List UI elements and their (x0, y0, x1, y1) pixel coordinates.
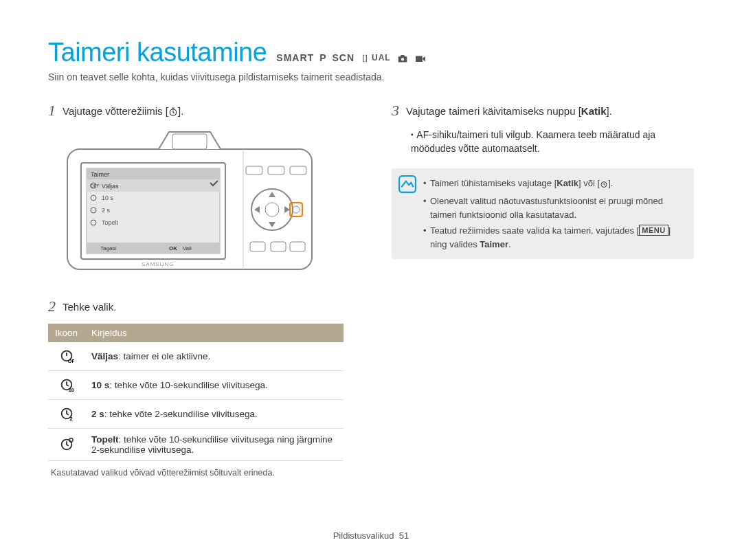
note-item: Teatud režiimides saate valida ka taimer… (423, 224, 684, 251)
svg-text:2 s: 2 s (102, 207, 111, 214)
svg-rect-33 (250, 242, 265, 251)
mode-video-icon (414, 52, 427, 63)
svg-rect-2 (172, 134, 207, 149)
step-1-text: Vajutage võtterežiimis []. (63, 103, 183, 119)
mode-dual-label: UAL (372, 53, 391, 63)
step-3-num: 3 (392, 103, 399, 118)
row-desc: 2 s: tehke võte 2-sekundilise viivituseg… (85, 400, 344, 429)
svg-text:10: 10 (68, 387, 74, 392)
step-2-num: 2 (48, 299, 56, 314)
step-2: 2 Tehke valik. (48, 299, 350, 314)
svg-rect-32 (290, 166, 306, 175)
note-item: Olenevalt valitud näotuvastusfunktsiooni… (423, 194, 684, 221)
table-row: Topelt: tehke võte 10-sekundilise viivit… (48, 429, 344, 461)
page-title: Taimeri kasutamine (48, 38, 267, 67)
step-3-text: Vajutage taimeri käivitamiseks nuppu [Ka… (406, 103, 612, 117)
table-row: OFF Väljas: taimer ei ole aktiivne. (48, 342, 344, 371)
svg-text:2: 2 (69, 416, 72, 421)
note-item: Taimeri tühistamiseks vajutage [Katik] v… (423, 177, 684, 192)
mode-cam-icon (396, 52, 409, 63)
svg-rect-34 (271, 242, 286, 251)
svg-text:OK: OK (169, 245, 177, 251)
menu-button-label: MENU (639, 225, 668, 236)
note-icon (398, 175, 416, 197)
options-table: Ikoon Kirjeldus OFF Väljas: taimer ei ol… (48, 324, 344, 461)
page-footer: Pildistusvalikud 51 (0, 530, 742, 541)
mode-smart: SMART (276, 52, 314, 63)
step-3: 3 Vajutage taimeri käivitamiseks nuppu [… (392, 103, 694, 118)
svg-text:Tagasi: Tagasi (100, 245, 116, 251)
timer-icon (600, 179, 608, 192)
step-1-num: 1 (48, 103, 56, 118)
intro-text: Siin on teavet selle kohta, kuidas viivi… (48, 71, 694, 82)
title-row: Taimeri kasutamine SMART P SCN UAL (48, 38, 694, 67)
mode-dual-icon (360, 52, 370, 63)
left-column: 1 Vajutage võtterežiimis []. Taimer (48, 103, 350, 478)
row-icon-10s: 10 (48, 371, 85, 400)
row-icon-off: OFF (48, 342, 85, 371)
table-footnote: Kasutatavad valikud võivad võtterežiimis… (51, 468, 350, 478)
svg-rect-31 (268, 166, 284, 175)
step-2-text: Tehke valik. (63, 299, 116, 313)
note-box: Taimeri tühistamiseks vajutage [Katik] v… (392, 168, 694, 260)
svg-point-23 (265, 203, 279, 216)
svg-rect-35 (290, 242, 305, 251)
th-desc: Kirjeldus (85, 324, 344, 342)
svg-text:OFF: OFF (67, 358, 74, 363)
row-desc: Topelt: tehke võte 10-sekundilise viivit… (85, 429, 344, 461)
camera-illustration: Taimer OFF Väljas 10 s 2 s Topelt Tagasi… (66, 128, 350, 282)
row-desc: 10 s: tehke võte 10-sekundilise viivitus… (85, 371, 344, 400)
svg-text:OFF: OFF (90, 183, 100, 188)
right-column: 3 Vajutage taimeri käivitamiseks nuppu [… (392, 103, 694, 478)
mode-p: P (319, 52, 326, 63)
th-icon: Ikoon (48, 324, 85, 342)
footer-page: 51 (399, 530, 409, 541)
footer-section: Pildistusvalikud (333, 530, 394, 541)
timer-icon (168, 107, 178, 119)
row-desc: Väljas: taimer ei ole aktiivne. (85, 342, 344, 371)
cam-menu-title: Taimer (91, 171, 109, 178)
svg-text:10 s: 10 s (102, 194, 114, 201)
table-row: 10 10 s: tehke võte 10-sekundilise viivi… (48, 371, 344, 400)
step-3-sub: AF-sihiku/taimeri tuli vilgub. Kaamera t… (411, 128, 694, 156)
row-icon-double (48, 429, 85, 461)
svg-text:Topelt: Topelt (102, 219, 119, 226)
mode-scn: SCN (332, 52, 355, 63)
svg-text:Vali: Vali (183, 245, 192, 251)
step-1: 1 Vajutage võtterežiimis []. (48, 103, 350, 119)
svg-text:Väljas: Väljas (102, 183, 119, 190)
svg-text:SAMSUNG: SAMSUNG (142, 261, 174, 267)
row-icon-2s: 2 (48, 400, 85, 429)
table-row: 2 2 s: tehke võte 2-sekundilise viivitus… (48, 400, 344, 429)
mode-icons: SMART P SCN UAL (276, 52, 426, 63)
svg-rect-30 (246, 166, 262, 175)
